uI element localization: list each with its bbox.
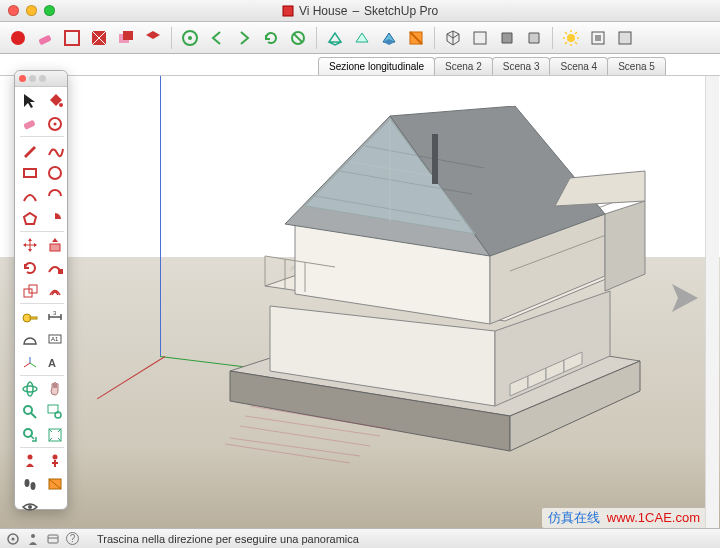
palette-zoom[interactable] bbox=[39, 75, 46, 82]
pie-tool[interactable] bbox=[42, 207, 67, 230]
section-plane-tool[interactable] bbox=[42, 472, 67, 495]
pan-tool[interactable] bbox=[42, 377, 67, 400]
face-tool[interactable] bbox=[60, 26, 84, 50]
scene-tab[interactable]: Scena 4 bbox=[549, 57, 608, 75]
pushpull-icon bbox=[46, 236, 64, 254]
eraser-tool[interactable] bbox=[33, 26, 57, 50]
top-icon bbox=[471, 29, 489, 47]
followme-tool[interactable] bbox=[42, 256, 67, 279]
scene-tab[interactable]: Scena 2 bbox=[434, 57, 493, 75]
close-window-button[interactable] bbox=[8, 5, 19, 16]
component-tool[interactable] bbox=[141, 26, 165, 50]
walk-tool[interactable] bbox=[17, 472, 42, 495]
protractor-tool[interactable] bbox=[17, 328, 42, 351]
polygon-tool[interactable] bbox=[17, 207, 42, 230]
svg-rect-11 bbox=[474, 32, 486, 44]
separator bbox=[171, 27, 172, 49]
back-button[interactable] bbox=[205, 26, 229, 50]
status-bar: ? Trascina nella direzione per eseguire … bbox=[0, 528, 720, 548]
svg-rect-62 bbox=[30, 317, 37, 319]
scene-tab[interactable]: Scena 5 bbox=[607, 57, 666, 75]
right-view[interactable] bbox=[522, 26, 546, 50]
look-around-tool[interactable] bbox=[42, 449, 67, 472]
freehand-tool[interactable] bbox=[42, 138, 67, 161]
svg-point-55 bbox=[49, 167, 61, 179]
hidden-line-style[interactable] bbox=[350, 26, 374, 50]
palette-close[interactable] bbox=[19, 75, 26, 82]
geolocation-icon[interactable] bbox=[6, 532, 20, 546]
arc-tool[interactable] bbox=[17, 184, 42, 207]
axes-tool[interactable] bbox=[17, 351, 42, 374]
scene-tab-active[interactable]: Sezione longitudinale bbox=[318, 57, 435, 75]
window-title-app: SketchUp Pro bbox=[364, 4, 438, 18]
svg-point-81 bbox=[12, 537, 15, 540]
separator bbox=[316, 27, 317, 49]
svg-point-76 bbox=[24, 479, 29, 487]
reload-button[interactable] bbox=[259, 26, 283, 50]
section-tool[interactable] bbox=[404, 26, 428, 50]
watermark-footer: 仿真在线 www.1CAE.com bbox=[542, 508, 706, 528]
help-icon[interactable]: ? bbox=[66, 532, 79, 545]
xray-toggle[interactable] bbox=[586, 26, 610, 50]
cube-icon bbox=[444, 29, 462, 47]
arc2-tool[interactable] bbox=[42, 184, 67, 207]
person-status-icon[interactable] bbox=[26, 532, 40, 546]
offset-tool[interactable] bbox=[42, 279, 67, 302]
rotate-icon bbox=[21, 259, 39, 277]
wireframe-style[interactable] bbox=[323, 26, 347, 50]
rotate-tool[interactable] bbox=[17, 256, 42, 279]
tape-tool[interactable] bbox=[17, 305, 42, 328]
zoom-window-button[interactable] bbox=[44, 5, 55, 16]
home-view[interactable] bbox=[178, 26, 202, 50]
svg-rect-42 bbox=[432, 134, 438, 184]
scene-tab[interactable]: Scena 3 bbox=[492, 57, 551, 75]
position-camera-tool[interactable] bbox=[17, 449, 42, 472]
pushpull-tool[interactable] bbox=[42, 233, 67, 256]
orbit-tool[interactable] bbox=[17, 377, 42, 400]
home-icon bbox=[181, 29, 199, 47]
svg-rect-51 bbox=[23, 119, 36, 129]
minimize-window-button[interactable] bbox=[26, 5, 37, 16]
paint-tool[interactable] bbox=[42, 89, 67, 112]
select-tool[interactable] bbox=[17, 89, 42, 112]
iso-view[interactable] bbox=[441, 26, 465, 50]
text-tool[interactable]: A1 bbox=[42, 328, 67, 351]
forward-button[interactable] bbox=[232, 26, 256, 50]
svg-rect-2 bbox=[38, 34, 51, 45]
move-tool[interactable] bbox=[17, 233, 42, 256]
zoom-window-tool[interactable] bbox=[42, 400, 67, 423]
viewport[interactable]: 1CAE bbox=[0, 76, 720, 528]
svg-rect-83 bbox=[48, 535, 58, 543]
palette-separator bbox=[20, 136, 64, 137]
shaded-style[interactable] bbox=[377, 26, 401, 50]
style-toggle[interactable] bbox=[613, 26, 637, 50]
dimension-tool[interactable]: 3 bbox=[42, 305, 67, 328]
palette-titlebar[interactable] bbox=[15, 71, 67, 87]
hatch-tool[interactable] bbox=[87, 26, 111, 50]
front-view[interactable] bbox=[495, 26, 519, 50]
circle-tool[interactable] bbox=[42, 161, 67, 184]
magnifier-icon bbox=[21, 403, 39, 421]
eraser-tool-p[interactable] bbox=[17, 112, 42, 135]
credits-icon[interactable] bbox=[46, 532, 60, 546]
previous-view-tool[interactable] bbox=[17, 423, 42, 446]
right-icon bbox=[525, 29, 543, 47]
snap-tool[interactable] bbox=[42, 112, 67, 135]
top-view[interactable] bbox=[468, 26, 492, 50]
shadow-toggle[interactable] bbox=[559, 26, 583, 50]
zoom-extents-tool[interactable] bbox=[42, 423, 67, 446]
plugin-button[interactable] bbox=[6, 26, 30, 50]
scenes-bar: Sezione longitudinale Scena 2 Scena 3 Sc… bbox=[0, 54, 720, 76]
line-tool[interactable] bbox=[17, 138, 42, 161]
rectangle-tool[interactable] bbox=[17, 161, 42, 184]
view-eye-tool[interactable] bbox=[17, 495, 42, 518]
layers-tool[interactable] bbox=[114, 26, 138, 50]
svg-rect-14 bbox=[595, 35, 601, 41]
scale-tool[interactable] bbox=[17, 279, 42, 302]
palette-separator bbox=[20, 231, 64, 232]
palette-minimize[interactable] bbox=[29, 75, 36, 82]
vertical-scrollbar[interactable] bbox=[705, 76, 719, 528]
zoom-tool[interactable] bbox=[17, 400, 42, 423]
stop-button[interactable] bbox=[286, 26, 310, 50]
3dtext-tool[interactable]: A bbox=[42, 351, 67, 374]
